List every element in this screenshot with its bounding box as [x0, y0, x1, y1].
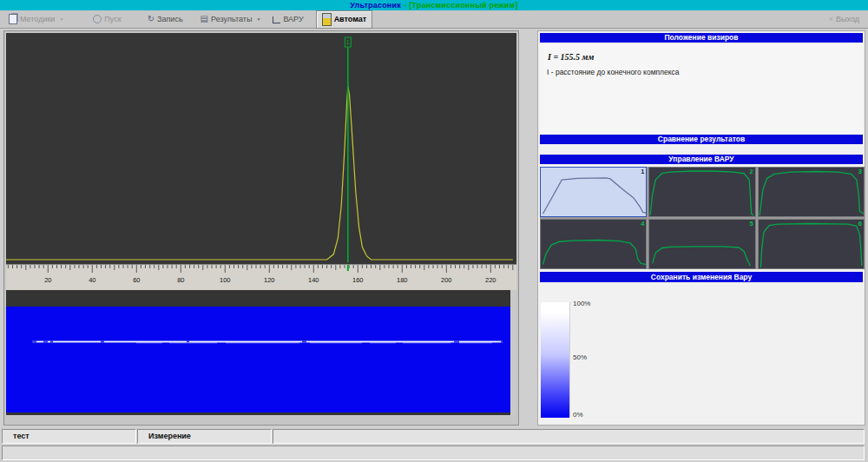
header-tvg-control: Управление ВАРУ [540, 155, 863, 164]
toolbar-button-rezultaty[interactable]: ▤ Результаты ▼ [197, 13, 265, 25]
control-panel: Положение визиров I = 155.5 мм I - расст… [537, 30, 865, 426]
toolbar-button-pusk[interactable]: Пуск [89, 13, 124, 25]
toolbar-button-label: Выход [836, 15, 859, 23]
ruler-tick-label: 160 [352, 276, 364, 284]
tvg-panel-number: 1 [641, 168, 644, 175]
tvg-panel-number: 2 [749, 168, 753, 175]
toolbar-button-label: ВАРУ [283, 15, 303, 23]
toolbar-button-zapis[interactable]: ↻ Запись [144, 13, 187, 25]
ruler-tick-label: 80 [177, 276, 184, 284]
ruler-tick-label: 40 [89, 276, 95, 284]
ruler-tick-label: 60 [133, 276, 140, 284]
header-cursor-position: Положение визиров [540, 33, 863, 43]
app-window: Ультрасоник-[Трансмиссионный режим] Мето… [0, 0, 868, 462]
distance-ruler[interactable]: 20406080100120140160180200220 [6, 264, 516, 290]
scale-label-100: 100% [573, 300, 590, 307]
ruler-tick-label: 140 [308, 276, 319, 284]
start-icon [93, 15, 102, 23]
bscan-right-strip [510, 290, 516, 415]
toolbar-button-label: Пуск [104, 15, 121, 23]
status-cell-mode: Измерение [137, 429, 272, 444]
gate-icon [273, 16, 280, 23]
tvg-panel-3[interactable]: 3 [758, 167, 865, 217]
ruler-tick-label: 180 [397, 276, 408, 284]
scan-container: 1 20406080100120140160180200220 [3, 30, 519, 426]
toolbar-button-label: Методики [20, 15, 55, 23]
ascan-trace: 1 [6, 33, 516, 264]
results-icon: ▤ [201, 15, 208, 23]
toolbar-button-label: Запись [157, 15, 183, 23]
save-tvg-button[interactable]: Сохранить изменения Вару [540, 272, 863, 282]
bscan-echo-streak [6, 307, 510, 412]
ruler-ticks: 20406080100120140160180200220 [6, 265, 516, 290]
dropdown-arrow-icon: ▼ [256, 16, 260, 22]
ruler-tick-label: 100 [220, 276, 231, 284]
toolbar-button-label: Результаты [211, 15, 252, 23]
status-cell-name: тест [2, 429, 136, 444]
toolbar: Методики ▼ Пуск ↻ Запись ▤ Результаты ▼ … [0, 10, 868, 29]
title-separator: - [404, 1, 406, 10]
record-icon: ↻ [148, 15, 155, 23]
scale-label-50: 50% [573, 353, 587, 361]
ascan-plot[interactable]: 1 [6, 33, 516, 264]
status-cell-extra [273, 429, 865, 444]
ruler-tick-label: 120 [264, 276, 275, 284]
close-icon: × [829, 15, 833, 23]
status-progress-bar [2, 446, 865, 460]
scale-label-0: 0% [573, 411, 583, 419]
toolbar-button-label: Автомат [334, 15, 367, 23]
dropdown-arrow-icon: ▼ [59, 16, 63, 22]
compare-results-button[interactable]: Сравнение результатов [540, 135, 863, 144]
tvg-panel-number: 4 [641, 220, 644, 228]
ruler-tick-label: 200 [441, 276, 452, 284]
tvg-panel-1[interactable]: 1 [540, 167, 647, 217]
tvg-panel-5[interactable]: 5 [648, 219, 755, 269]
toolbar-button-exit[interactable]: × Выход [825, 13, 863, 25]
tvg-panel-number: 6 [858, 220, 862, 228]
ruler-tick-label: 220 [485, 276, 496, 284]
app-title: Ультрасоник [350, 1, 401, 10]
tvg-panel-2[interactable]: 2 [648, 167, 755, 217]
amplitude-gradient-bar [541, 302, 570, 418]
tvg-grid: 123456 [540, 167, 865, 269]
bscan-view [6, 290, 516, 415]
cursor-value: I = 155.5 мм [548, 52, 594, 62]
cursor-description: I - расстояние до конечного комплекса [547, 68, 680, 76]
documents-icon [9, 14, 17, 24]
tvg-panel-number: 5 [749, 220, 753, 228]
tvg-panel-number: 3 [858, 168, 862, 175]
title-bar: Ультрасоник-[Трансмиссионный режим] [0, 0, 868, 10]
ruler-tick-label: 20 [44, 276, 51, 284]
tvg-panel-4[interactable]: 4 [540, 219, 647, 269]
title-mode: [Трансмиссионный режим] [409, 1, 517, 10]
toolbar-button-metodiki[interactable]: Методики ▼ [5, 12, 67, 26]
automat-icon [322, 13, 332, 26]
toolbar-button-avtomat[interactable]: Автомат [316, 10, 373, 29]
cursor-info-box: I = 155.5 мм I - расстояние до конечного… [540, 43, 863, 135]
tvg-panel-6[interactable]: 6 [758, 219, 865, 269]
toolbar-button-varu[interactable]: ВАРУ [269, 13, 306, 25]
cursor-marker-label: 1 [346, 39, 350, 45]
bscan-image[interactable] [6, 307, 510, 412]
